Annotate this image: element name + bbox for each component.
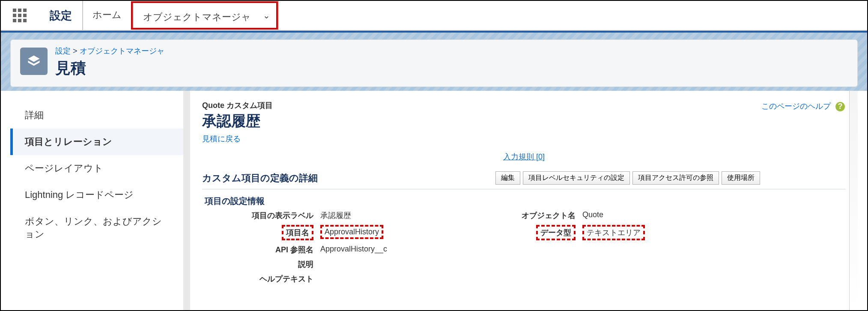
scrollbar-vertical[interactable] (849, 91, 858, 310)
tab-object-manager-highlight: オブジェクトマネージャ ⌄ (131, 1, 278, 30)
tab-object-manager[interactable]: オブジェクトマネージャ (133, 3, 260, 28)
value-field-label: 承認履歴 (320, 210, 483, 221)
sidebar-item-buttons-links[interactable]: ボタン、リンク、およびアクション (10, 208, 183, 248)
help-link-label: このページのヘルプ (761, 102, 831, 111)
page-header-card: 設定 > オブジェクトマネージャ 見積 (10, 39, 858, 87)
section-title: カスタム項目の定義の詳細 (202, 172, 318, 185)
sidebar: 詳細 項目とリレーション ページレイアウト Lightning レコードページ … (10, 91, 190, 310)
field-level-security-button[interactable]: 項目レベルセキュリティの設定 (523, 171, 630, 185)
label-description: 説明 (219, 259, 313, 269)
field-title: 承認履歴 (202, 111, 846, 131)
value-object-name: Quote (582, 210, 668, 221)
sidebar-item-page-layouts[interactable]: ページレイアウト (10, 155, 183, 182)
help-link[interactable]: このページのヘルプ ? (761, 101, 845, 111)
label-data-type: データ型 (536, 225, 576, 240)
field-access-button[interactable]: 項目アクセス許可の参照 (632, 171, 719, 185)
help-icon: ? (835, 102, 845, 111)
overline: Quote カスタム項目 (202, 100, 846, 111)
label-object-name: オブジェクト名 (490, 210, 576, 221)
object-stack-icon (20, 48, 48, 75)
breadcrumb: 設定 > オブジェクトマネージャ (55, 46, 164, 56)
sidebar-item-fields[interactable]: 項目とリレーション (10, 129, 183, 155)
breadcrumb-parent[interactable]: オブジェクトマネージャ (80, 47, 164, 55)
label-field-name: 項目名 (282, 225, 313, 240)
back-link[interactable]: 見積に戻る (202, 134, 241, 144)
where-used-button[interactable]: 使用場所 (722, 171, 760, 185)
edit-button[interactable]: 編集 (495, 171, 520, 185)
value-field-name: ApprovalHistory (320, 225, 383, 239)
app-launcher-icon[interactable] (13, 9, 39, 22)
value-data-type: テキストエリア (582, 225, 645, 240)
sidebar-item-lightning-pages[interactable]: Lightning レコードページ (10, 182, 183, 208)
tab-home[interactable]: ホーム (82, 1, 131, 30)
value-api-name: ApprovalHistory__c (320, 245, 483, 255)
chevron-down-icon[interactable]: ⌄ (260, 10, 276, 21)
page-title: 見積 (55, 58, 164, 79)
subheader: 項目の設定情報 (205, 195, 846, 207)
label-field-label: 項目の表示ラベル (219, 210, 313, 221)
breadcrumb-separator: > (73, 47, 78, 55)
validation-rules-link[interactable]: 入力規則 [0] (503, 153, 545, 161)
label-help-text: ヘルプテキスト (219, 274, 313, 284)
main-content: このページのヘルプ ? Quote カスタム項目 承認履歴 見積に戻る 入力規則… (190, 91, 858, 310)
app-brand: 設定 (46, 8, 82, 23)
breadcrumb-root[interactable]: 設定 (55, 47, 71, 55)
sidebar-item-details[interactable]: 詳細 (10, 102, 183, 129)
label-api-name: API 参照名 (219, 245, 313, 255)
